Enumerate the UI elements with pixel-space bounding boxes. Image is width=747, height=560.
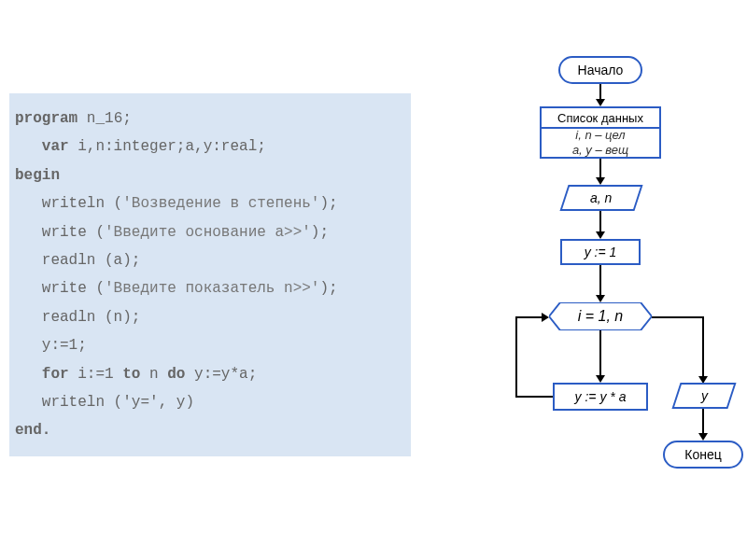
io-label: y	[701, 388, 708, 403]
connector	[652, 316, 704, 318]
terminator-start: Начало	[558, 56, 642, 84]
kw-do: do	[167, 366, 185, 383]
code-text: n_16;	[78, 110, 132, 127]
terminator-label: Начало	[578, 63, 624, 77]
process-label: y := y * a	[575, 389, 627, 404]
string-literal: 'Возведение в степень'	[122, 195, 319, 212]
io-label: a, n	[590, 190, 612, 205]
code-text: readln (n);	[15, 309, 140, 326]
arrow-down-icon	[698, 433, 708, 441]
connector	[515, 316, 517, 398]
arrow-down-icon	[596, 231, 605, 239]
io-output: y	[671, 383, 736, 409]
arrow-down-icon	[596, 99, 605, 106]
kw-end: end.	[15, 422, 50, 439]
connector	[702, 409, 704, 435]
arrow-down-icon	[596, 177, 605, 185]
kw-var: var	[15, 138, 69, 155]
code-text: write (	[15, 280, 105, 297]
process-body: y := y * a	[553, 383, 648, 411]
terminator-label: Конец	[684, 447, 721, 462]
arrow-down-icon	[596, 375, 605, 383]
code-text: );	[319, 195, 337, 212]
arrow-down-icon	[596, 295, 605, 302]
connector	[599, 211, 601, 233]
kw-program: program	[15, 110, 78, 127]
kw-for: for	[15, 366, 69, 383]
process-label: Список данных	[557, 111, 643, 125]
loop-label: i = 1, n	[549, 302, 652, 330]
connector	[515, 396, 553, 398]
kw-to: to	[122, 366, 140, 383]
connector	[599, 265, 601, 297]
loop-hexagon: i = 1, n	[549, 302, 652, 330]
connector	[702, 316, 704, 378]
data-list-types: i, n – цел a, y – вещ	[540, 129, 661, 159]
code-text: );	[319, 280, 337, 297]
kw-begin: begin	[15, 167, 60, 184]
code-text: writeln ('y=', y)	[15, 394, 194, 411]
code-text: );	[311, 224, 329, 241]
code-text: readln (a);	[15, 252, 140, 269]
flowchart: Начало Список данных i, n – цел a, y – в…	[439, 56, 738, 541]
string-literal: 'Введите основание a>>'	[105, 224, 311, 241]
string-literal: 'Введите показатель n>>'	[105, 280, 319, 297]
connector	[599, 330, 601, 377]
arrow-right-icon	[542, 313, 549, 322]
data-list-header: Список данных	[540, 106, 661, 129]
code-text: write (	[15, 224, 105, 241]
types-line: i, n – цел	[575, 128, 625, 143]
code-text: y:=y*a;	[185, 366, 257, 383]
types-line: a, y – вещ	[572, 143, 628, 158]
code-text: i,n:integer;a,y:real;	[69, 138, 266, 155]
process-init: y := 1	[560, 239, 641, 265]
connector	[599, 159, 601, 179]
code-text: i:=1	[69, 366, 123, 383]
code-text: y:=1;	[15, 337, 87, 354]
terminator-end: Конец	[663, 441, 743, 469]
connector	[515, 316, 543, 318]
io-input: a, n	[559, 185, 642, 211]
code-listing: program n_16; var i,n:integer;a,y:real; …	[9, 93, 411, 456]
code-text: n	[140, 366, 167, 383]
code-text: writeln (	[15, 195, 122, 212]
process-label: y := 1	[585, 245, 617, 259]
